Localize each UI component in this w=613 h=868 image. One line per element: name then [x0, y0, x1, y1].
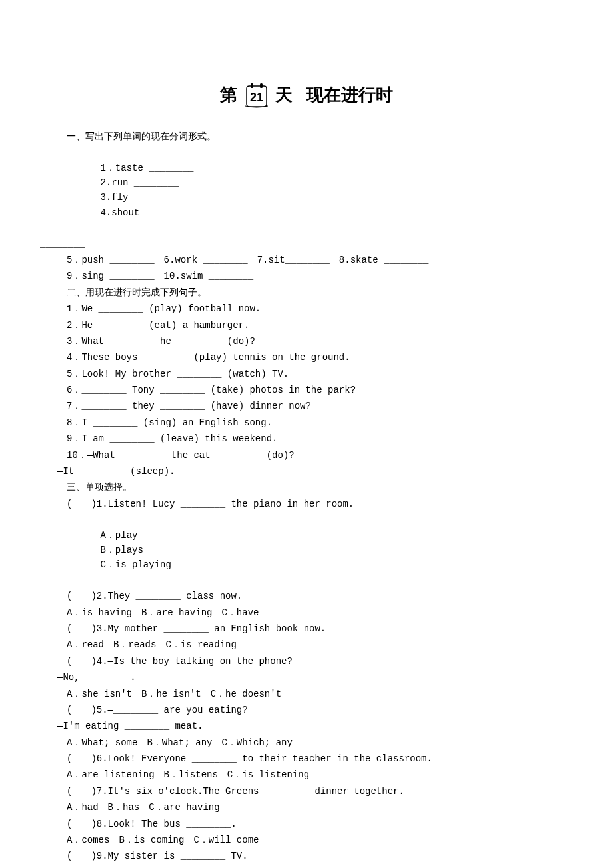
s3-q8-opts: A．comes B．is coming C．will come [67, 833, 573, 847]
s3-q5-stem: ( )5.—________ are you eating? [67, 703, 573, 717]
s3-q1-stem: ( )1.Listen! Lucy ________ the piano in … [67, 497, 573, 511]
s1-item-3: 3.fly ________ [100, 190, 217, 205]
s2-item: 2．He ________ (eat) a hamburger. [67, 318, 573, 333]
s3-q3-stem: ( )3.My mother ________ an English book … [67, 621, 573, 636]
svg-rect-1 [260, 83, 263, 88]
s2-item: 4．These boys ________ (play) tennis on t… [67, 350, 573, 365]
s2-item: 7．________ they ________ (have) dinner n… [67, 399, 573, 413]
s3-q9-opts: A．watch B．watches C．watching [67, 865, 573, 868]
s3-q2-stem: ( )2.They ________ class now. [67, 589, 573, 603]
s2-item: 9．I am ________ (leave) this weekend. [67, 431, 573, 446]
section-2-heading: 二、用现在进行时完成下列句子。 [67, 285, 573, 300]
s3-q8-stem: ( )8.Look! The bus ________. [67, 817, 573, 831]
section-1-row-2: 5．push ________ 6.work ________ 7.sit___… [67, 253, 573, 267]
page-title: 第 21 天 现在进行时 [40, 80, 573, 109]
s1-item-2: 2.run ________ [100, 175, 213, 190]
section-3-heading: 三、单项选择。 [67, 480, 573, 495]
s3-q5-opts: A．What; some B．What; any C．Which; any [67, 735, 573, 750]
s3-q7-stem: ( )7.It's six o'clock.The Greens _______… [67, 784, 573, 799]
section-1-row-3: 9．sing ________ 10.swim ________ [67, 269, 573, 283]
s3-q1-a: A．play [100, 528, 240, 543]
section-1-row-1b: ________ [40, 237, 573, 251]
s3-q6-stem: ( )6.Look! Everyone ________ to their te… [67, 751, 573, 766]
s3-q7-opts: A．had B．has C．are having [67, 800, 573, 815]
s3-q6-opts: A．are listening B．listens C．is listening [67, 767, 573, 782]
s3-q1-c: C．is playing [100, 557, 171, 572]
s3-q1-b: B．plays [100, 543, 240, 557]
s3-q5-tail: —I'm eating ________ meat. [57, 719, 573, 733]
s1-item-4: 4.shout [100, 205, 139, 220]
calendar-icon: 21 [243, 82, 270, 109]
s2-item: 3．What ________ he ________ (do)? [67, 334, 573, 349]
title-suffix: 天 [275, 85, 293, 105]
s3-q2-opts: A．is having B．are having C．have [67, 605, 573, 620]
day-number: 21 [250, 91, 263, 104]
s3-q3-opts: A．read B．reads C．is reading [67, 637, 573, 652]
s2-item: 1．We ________ (play) football now. [67, 301, 573, 316]
s3-q4-tail: —No, ________. [57, 670, 573, 685]
svg-rect-0 [251, 83, 253, 88]
section-1-row-1: 1．taste ________ 2.run ________ 3.fly __… [67, 145, 573, 235]
s3-q4-stem: ( )4.—Is the boy talking on the phone? [67, 654, 573, 669]
s2-item: 10．—What ________ the cat ________ (do)? [67, 448, 573, 463]
s3-q1-opts: A．play B．plays C．is playing [67, 513, 573, 587]
title-prefix: 第 [220, 85, 237, 105]
s2-item: 5．Look! My brother ________ (watch) TV. [67, 367, 573, 381]
s3-q9-stem: ( )9.My sister is ________ TV. [67, 849, 573, 863]
s2-item: 6．________ Tony ________ (take) photos i… [67, 383, 573, 397]
s1-item-1: 1．taste ________ [100, 161, 240, 175]
section-1-heading: 一、写出下列单词的现在分词形式。 [67, 129, 573, 144]
s2-item: 8．I ________ (sing) an English song. [67, 415, 573, 430]
worksheet-content: 一、写出下列单词的现在分词形式。 1．taste ________ 2.run … [40, 129, 573, 868]
s2-tail: —It ________ (sleep). [57, 464, 573, 479]
title-subtitle: 现在进行时 [306, 85, 393, 105]
s3-q4-opts: A．she isn't B．he isn't C．he doesn't [67, 687, 573, 701]
